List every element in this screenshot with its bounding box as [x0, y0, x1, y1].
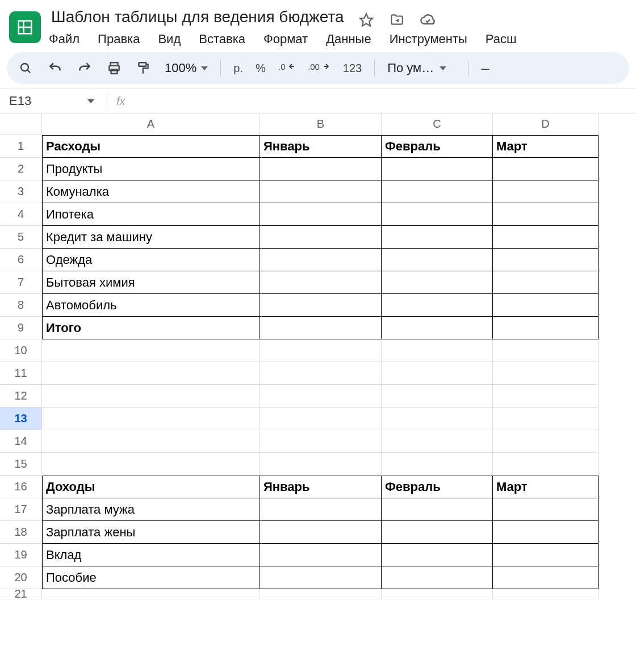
- cell[interactable]: [260, 317, 382, 339]
- cell[interactable]: Февраль: [382, 476, 493, 498]
- decrease-decimal-button[interactable]: .0: [278, 60, 295, 77]
- cell[interactable]: [493, 453, 599, 476]
- currency-format-button[interactable]: р.: [233, 62, 243, 75]
- cell[interactable]: [260, 498, 382, 521]
- cell[interactable]: Одежда: [42, 249, 260, 271]
- column-header-D[interactable]: D: [493, 114, 599, 135]
- cell[interactable]: [493, 521, 599, 544]
- column-header-B[interactable]: B: [260, 114, 382, 135]
- cell[interactable]: [493, 566, 599, 589]
- cell[interactable]: [260, 158, 382, 180]
- document-title[interactable]: Шаблон таблицы для ведения бюджета: [48, 6, 348, 28]
- row-header[interactable]: 3: [0, 180, 42, 203]
- row-header[interactable]: 13: [0, 408, 42, 430]
- cell[interactable]: Ипотека: [42, 203, 260, 226]
- menu-file[interactable]: Файл: [49, 32, 80, 47]
- star-icon[interactable]: [358, 11, 375, 28]
- row-header[interactable]: 20: [0, 566, 42, 589]
- zoom-select[interactable]: 100%: [165, 61, 208, 75]
- cloud-saved-icon[interactable]: [419, 11, 436, 28]
- cell[interactable]: Итого: [42, 317, 260, 339]
- cell[interactable]: [382, 339, 493, 362]
- cell[interactable]: [493, 294, 599, 317]
- cell[interactable]: Вклад: [42, 544, 260, 566]
- cell[interactable]: [493, 385, 599, 408]
- cell[interactable]: Расходы: [42, 135, 260, 158]
- cell[interactable]: [42, 362, 260, 385]
- cell[interactable]: [42, 589, 260, 599]
- cell[interactable]: [382, 271, 493, 294]
- cell[interactable]: [493, 408, 599, 430]
- cell[interactable]: Зарплата жены: [42, 521, 260, 544]
- cell[interactable]: [260, 566, 382, 589]
- cell[interactable]: [382, 521, 493, 544]
- cell[interactable]: [260, 453, 382, 476]
- cell[interactable]: [382, 158, 493, 180]
- cell[interactable]: [382, 226, 493, 249]
- cell[interactable]: [260, 203, 382, 226]
- percent-format-button[interactable]: %: [256, 62, 266, 75]
- cell[interactable]: Январь: [260, 476, 382, 498]
- cell[interactable]: [493, 271, 599, 294]
- font-family-select[interactable]: По ум…: [387, 61, 455, 75]
- cell[interactable]: [382, 249, 493, 271]
- cell[interactable]: Доходы: [42, 476, 260, 498]
- row-header[interactable]: 15: [0, 453, 42, 476]
- cell[interactable]: [260, 521, 382, 544]
- cell[interactable]: [382, 589, 493, 599]
- cell[interactable]: [42, 339, 260, 362]
- cell[interactable]: [493, 203, 599, 226]
- cell[interactable]: [493, 317, 599, 339]
- menu-insert[interactable]: Вставка: [199, 32, 245, 47]
- cell[interactable]: Март: [493, 476, 599, 498]
- cell[interactable]: Комуналка: [42, 180, 260, 203]
- increase-decimal-button[interactable]: .00: [308, 60, 330, 77]
- row-header[interactable]: 17: [0, 498, 42, 521]
- number-format-button[interactable]: 123: [343, 62, 362, 75]
- cell[interactable]: [382, 498, 493, 521]
- row-header[interactable]: 16: [0, 476, 42, 498]
- row-header[interactable]: 1: [0, 135, 42, 158]
- cell[interactable]: Бытовая химия: [42, 271, 260, 294]
- grid-corner[interactable]: [0, 114, 42, 135]
- cell[interactable]: Зарплата мужа: [42, 498, 260, 521]
- row-header[interactable]: 14: [0, 430, 42, 453]
- search-icon[interactable]: [17, 60, 34, 77]
- cell[interactable]: [260, 249, 382, 271]
- cell[interactable]: [382, 180, 493, 203]
- cell[interactable]: Февраль: [382, 135, 493, 158]
- cell[interactable]: [260, 226, 382, 249]
- cell[interactable]: [493, 180, 599, 203]
- cell[interactable]: Пособие: [42, 566, 260, 589]
- cell[interactable]: [493, 498, 599, 521]
- row-header[interactable]: 19: [0, 544, 42, 566]
- cell[interactable]: Продукты: [42, 158, 260, 180]
- row-header[interactable]: 7: [0, 271, 42, 294]
- cell[interactable]: [493, 544, 599, 566]
- cell[interactable]: [493, 339, 599, 362]
- cell[interactable]: [493, 362, 599, 385]
- cell[interactable]: Март: [493, 135, 599, 158]
- menu-format[interactable]: Формат: [263, 32, 308, 47]
- cell[interactable]: [493, 249, 599, 271]
- cell[interactable]: [493, 589, 599, 599]
- menu-extensions[interactable]: Расш: [486, 32, 517, 47]
- cell[interactable]: [42, 385, 260, 408]
- cell[interactable]: [382, 385, 493, 408]
- paint-format-icon[interactable]: [135, 60, 152, 77]
- row-header[interactable]: 21: [0, 589, 42, 599]
- cell[interactable]: [260, 180, 382, 203]
- cell[interactable]: [260, 408, 382, 430]
- name-box[interactable]: E13: [5, 94, 102, 108]
- cell[interactable]: [260, 271, 382, 294]
- cell[interactable]: [493, 158, 599, 180]
- row-header[interactable]: 4: [0, 203, 42, 226]
- cell[interactable]: [493, 430, 599, 453]
- column-header-C[interactable]: C: [382, 114, 493, 135]
- row-header[interactable]: 9: [0, 317, 42, 339]
- formula-input[interactable]: [130, 89, 636, 113]
- row-header[interactable]: 5: [0, 226, 42, 249]
- print-icon[interactable]: [106, 60, 123, 77]
- cell[interactable]: Автомобиль: [42, 294, 260, 317]
- menu-edit[interactable]: Правка: [98, 32, 140, 47]
